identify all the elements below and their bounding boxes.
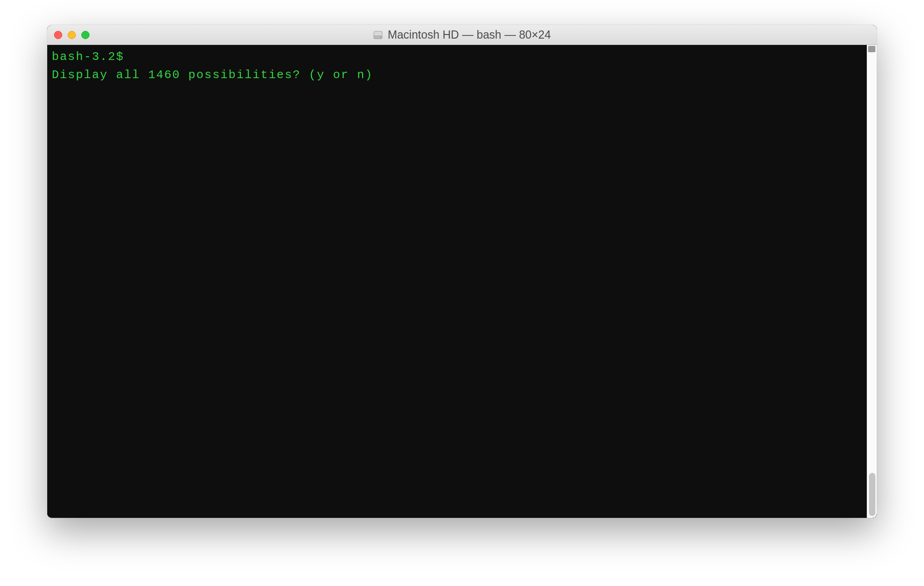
scroll-indicator-icon <box>868 46 875 52</box>
maximize-button[interactable] <box>81 31 89 39</box>
disk-icon <box>373 30 383 40</box>
terminal-body: bash-3.2$ Display all 1460 possibilities… <box>47 45 877 518</box>
svg-point-2 <box>380 37 381 38</box>
close-button[interactable] <box>54 31 62 39</box>
terminal-window: Macintosh HD — bash — 80×24 bash-3.2$ Di… <box>47 25 877 518</box>
titlebar[interactable]: Macintosh HD — bash — 80×24 <box>47 25 877 45</box>
minimize-button[interactable] <box>68 31 76 39</box>
output-line: Display all 1460 possibilities? (y or n) <box>52 66 862 84</box>
traffic-lights <box>47 31 89 39</box>
terminal-content[interactable]: bash-3.2$ Display all 1460 possibilities… <box>47 45 867 518</box>
scrollbar[interactable] <box>867 45 877 518</box>
prompt-line: bash-3.2$ <box>52 48 862 66</box>
window-title-group: Macintosh HD — bash — 80×24 <box>47 28 877 41</box>
scroll-thumb[interactable] <box>869 473 875 516</box>
window-title: Macintosh HD — bash — 80×24 <box>387 28 551 41</box>
